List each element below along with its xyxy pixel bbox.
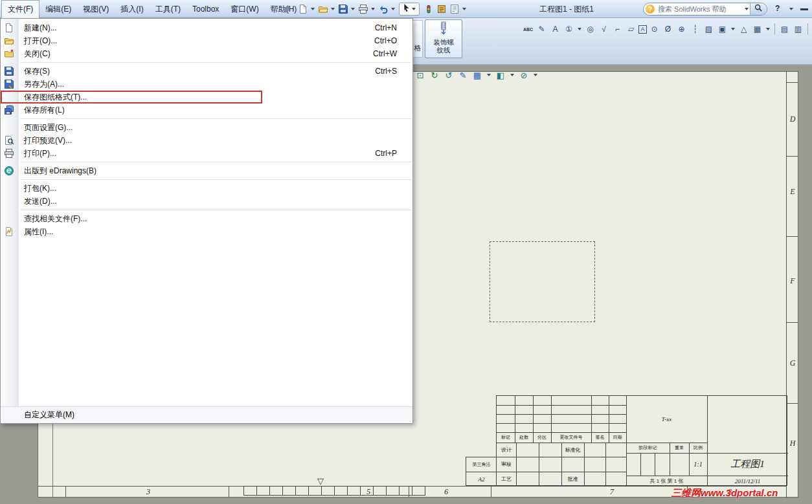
menu-edit[interactable]: 编辑(E) xyxy=(39,0,77,18)
menu-item-print-preview[interactable]: 打印预览(V)... xyxy=(1,134,412,147)
menu-item-save-sheet-format[interactable]: 保存图纸格式(T)... xyxy=(1,91,412,104)
menu-item-customize[interactable]: 自定义菜单(M) xyxy=(1,406,412,423)
sheet-2-icon[interactable]: ▥ xyxy=(792,23,804,36)
menu-item-send[interactable]: 发送(D)... xyxy=(1,195,412,208)
chevron-down-icon[interactable] xyxy=(766,28,770,30)
sheet-1-icon[interactable]: ▤ xyxy=(778,23,791,36)
help-button[interactable]: ? xyxy=(775,4,780,13)
chevron-down-icon[interactable] xyxy=(578,28,581,30)
select-tool-combo[interactable] xyxy=(399,3,420,16)
tb-rev-col: 签名 xyxy=(591,432,609,443)
search-input[interactable]: 搜索 SolidWorks 帮助 xyxy=(658,5,743,14)
redraw-icon[interactable]: ↺ xyxy=(443,69,455,81)
chevron-down-icon[interactable] xyxy=(391,8,395,10)
display-style-icon[interactable]: ◧ xyxy=(495,69,506,81)
menu-toolbox[interactable]: Toolbox xyxy=(186,0,225,18)
menu-item-label: 页面设置(G)... xyxy=(24,122,389,133)
search-button[interactable] xyxy=(750,3,767,15)
toolbar-separator xyxy=(774,23,775,35)
spell-check-icon[interactable]: ABC xyxy=(522,23,534,36)
menu-tools[interactable]: 工具(T) xyxy=(150,0,186,18)
rotate-view-icon[interactable]: ↻ xyxy=(429,69,440,81)
datum-feature-icon[interactable]: A xyxy=(638,25,647,34)
balloon-icon[interactable]: ① xyxy=(563,23,575,36)
menu-item-label: 保存(S) xyxy=(24,66,367,77)
note-icon[interactable]: A xyxy=(549,23,561,36)
chevron-down-icon[interactable] xyxy=(351,8,355,10)
hole-callout-icon[interactable]: Ø xyxy=(662,23,674,36)
menu-item-save-all[interactable]: 保存所有(L) xyxy=(1,104,412,116)
menu-item-new[interactable]: 新建(N)... Ctrl+N xyxy=(1,21,412,34)
chevron-down-icon[interactable] xyxy=(331,8,335,10)
menu-item-find-references[interactable]: 查找相关文件(F)... xyxy=(1,212,412,225)
menu-separator xyxy=(20,179,411,180)
tb-drawing-title: 工程图1 xyxy=(707,453,788,476)
menu-item-label: 关闭(C) xyxy=(24,49,365,60)
table-button-partial[interactable]: 格 xyxy=(413,20,423,58)
table-icon[interactable]: ▦ xyxy=(751,23,763,36)
center-mark-icon[interactable]: ⊕ xyxy=(675,23,688,36)
tb-scale-label: 比例 xyxy=(689,443,707,453)
cosmetic-thread-button[interactable]: 装饰螺纹线 xyxy=(425,19,462,58)
new-document-icon[interactable] xyxy=(297,3,309,16)
pin-menu-icon[interactable] xyxy=(282,5,291,16)
edit-annotation-icon[interactable]: ✎ xyxy=(457,69,469,81)
save-icon[interactable] xyxy=(337,3,349,16)
rebuild-traffic-light-icon[interactable] xyxy=(422,3,434,16)
print-icon[interactable] xyxy=(357,3,369,16)
dashed-selection-box[interactable] xyxy=(490,241,595,322)
save-as-icon xyxy=(4,79,14,89)
help-chevron-icon[interactable] xyxy=(789,8,793,10)
menu-window[interactable]: 窗口(W) xyxy=(225,0,264,18)
area-hatch-icon[interactable]: ▨ xyxy=(703,23,715,36)
menu-item-label: 自定义菜单(M) xyxy=(24,410,74,421)
datum-target-icon[interactable]: ⊙ xyxy=(648,23,660,36)
chevron-down-icon[interactable] xyxy=(462,8,466,10)
menu-view[interactable]: 视图(V) xyxy=(77,0,115,18)
menu-item-pack-and-go[interactable]: 打包(K)... xyxy=(1,182,412,195)
weld-symbol-icon[interactable]: ⌐ xyxy=(611,23,624,36)
menu-insert[interactable]: 插入(I) xyxy=(115,0,149,18)
annotation-toolbar: ABC ✎ A ① ◎ √ ⌐ ▱ A ⊙ Ø ⊕ ┆ ▨ ▣ △ ▦ ▤ ▥ … xyxy=(522,22,812,36)
chevron-down-icon[interactable] xyxy=(745,8,749,10)
zone-number: 7 xyxy=(605,487,618,497)
minimize-button[interactable] xyxy=(800,8,808,10)
zone-letter: E xyxy=(786,187,799,197)
chevron-down-icon[interactable] xyxy=(412,8,416,10)
chevron-down-icon[interactable] xyxy=(487,74,491,76)
zone-tick xyxy=(65,486,66,498)
menu-item-page-setup[interactable]: 页面设置(G)... xyxy=(1,121,412,134)
tb-role-process: 工艺 xyxy=(497,472,516,487)
menu-item-print[interactable]: 打印(P)... Ctrl+P xyxy=(1,147,412,160)
menu-item-properties[interactable]: 属性(I)... xyxy=(1,225,412,238)
chevron-down-icon[interactable] xyxy=(534,74,537,76)
chevron-down-icon[interactable] xyxy=(510,74,514,76)
open-icon[interactable] xyxy=(317,3,329,16)
search-box[interactable]: ? 搜索 SolidWorks 帮助 xyxy=(643,3,767,16)
block-icon[interactable]: ▣ xyxy=(716,23,728,36)
menu-file[interactable]: 文件(F) xyxy=(1,0,39,18)
geometric-tolerance-icon[interactable]: ▱ xyxy=(625,23,637,36)
chevron-down-icon[interactable] xyxy=(371,8,375,10)
sheet-format-icon[interactable]: ▦ xyxy=(471,69,483,81)
new-document-icon xyxy=(4,23,14,33)
auto-balloon-icon[interactable]: ◎ xyxy=(584,23,596,36)
chevron-down-icon[interactable] xyxy=(311,8,315,10)
undo-icon[interactable] xyxy=(377,3,389,16)
select-arrow-icon xyxy=(401,3,411,15)
sheet-properties-icon[interactable] xyxy=(448,3,460,16)
hide-show-items-icon[interactable]: ⊘ xyxy=(518,69,530,81)
revision-symbol-icon[interactable]: △ xyxy=(738,23,750,36)
zoom-fit-icon[interactable]: ⊡ xyxy=(414,69,426,81)
help-ball-icon: ? xyxy=(646,5,655,14)
menu-item-open[interactable]: 打开(O)... Ctrl+O xyxy=(1,34,412,47)
menu-item-close[interactable]: 关闭(C) Ctrl+W xyxy=(1,47,412,60)
surface-finish-icon[interactable]: √ xyxy=(598,23,610,36)
options-icon[interactable] xyxy=(435,3,447,16)
format-painter-icon[interactable]: ✎ xyxy=(536,23,548,36)
menu-item-save-as[interactable]: 另存为(A)... xyxy=(1,78,412,91)
centerline-icon[interactable]: ┆ xyxy=(689,23,701,36)
menu-item-save[interactable]: 保存(S) Ctrl+S xyxy=(1,65,412,78)
chevron-down-icon[interactable] xyxy=(731,28,735,30)
menu-item-publish-edrawings[interactable]: 出版到 eDrawings(B) xyxy=(1,164,412,177)
